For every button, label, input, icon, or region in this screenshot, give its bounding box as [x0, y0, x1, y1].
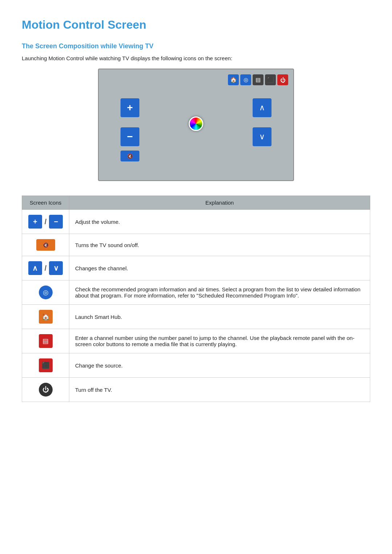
tv-vol-plus-icon: +	[121, 98, 139, 117]
icon-cell-number: ▤	[22, 329, 69, 353]
ch-up-icon: ∧	[28, 261, 42, 275]
table-row: 🔇 Turns the TV sound on/off.	[22, 234, 370, 256]
table-row: ▤ Enter a channel number using the numbe…	[22, 329, 370, 353]
table-row: 🏠 Launch Smart Hub.	[22, 305, 370, 329]
number-panel-icon: ▤	[39, 334, 53, 348]
explanation-cell-volume: Adjust the volume.	[69, 210, 370, 234]
icon-cell-source: ⬛	[22, 353, 69, 378]
table-row: + / − Adjust the volume.	[22, 210, 370, 234]
icon-cell-program: ◎	[22, 280, 69, 305]
icon-cell-volume: + / −	[22, 210, 69, 234]
explanation-cell-smarthub: Launch Smart Hub.	[69, 305, 370, 329]
table-row: ∧ / ∨ Changes the channel.	[22, 256, 370, 280]
explanation-cell-mute: Turns the TV sound on/off.	[69, 234, 370, 256]
section-subtitle: The Screen Composition while Viewing TV	[22, 42, 370, 50]
ch-down-icon: ∨	[49, 261, 63, 275]
explanation-cell-number: Enter a channel number using the number …	[69, 329, 370, 353]
page-title: Motion Control Screen	[22, 18, 370, 32]
tv-program-icon: ◎	[240, 74, 251, 85]
icon-cell-mute: 🔇	[22, 234, 69, 256]
tv-screen-mockup: 🏠 ◎ ▤ ⬛ ⏻ + − 🔇 ∧ ∨	[98, 69, 294, 181]
table-row: ⏻ Turn off the TV.	[22, 378, 370, 402]
smarthub-icon: 🏠	[39, 310, 53, 324]
explanation-cell-channel: Changes the channel.	[69, 256, 370, 280]
tv-channel-up-icon: ∧	[253, 98, 271, 117]
channel-icon-box: ∧ / ∨	[28, 261, 63, 275]
explanation-cell-source: Change the source.	[69, 353, 370, 378]
tv-screen-inner: 🏠 ◎ ▤ ⬛ ⏻ + − 🔇 ∧ ∨	[99, 69, 293, 180]
table-header-row: Screen Icons Explanation	[22, 196, 370, 210]
explanation-cell-power: Turn off the TV.	[69, 378, 370, 402]
source-icon: ⬛	[39, 358, 53, 372]
slash-divider: /	[45, 264, 47, 272]
explanation-cell-program: Check the recommended program informatio…	[69, 280, 370, 305]
tv-power-icon: ⏻	[277, 74, 288, 85]
vol-plus-icon: +	[28, 215, 42, 229]
tv-number-icon: ▤	[253, 74, 264, 85]
tv-source-icon: ⬛	[265, 74, 276, 85]
icon-cell-channel: ∧ / ∨	[22, 256, 69, 280]
tv-vol-minus-icon: −	[121, 127, 139, 146]
tv-channel-down-icon: ∨	[253, 127, 271, 146]
table-row: ⬛ Change the source.	[22, 353, 370, 378]
mute-icon: 🔇	[36, 239, 55, 251]
tv-mute-icon: 🔇	[121, 151, 139, 161]
power-off-icon: ⏻	[39, 383, 53, 397]
tv-motion-cursor	[189, 116, 203, 131]
vol-minus-icon: −	[49, 215, 63, 229]
intro-text: Launching Motion Control while watching …	[22, 55, 370, 61]
icons-table: Screen Icons Explanation + / − Adjust th…	[22, 196, 370, 402]
table-row: ◎ Check the recommended program informat…	[22, 280, 370, 305]
col-header-explanation: Explanation	[69, 196, 370, 210]
volume-icon-box: + / −	[28, 215, 63, 229]
col-header-icons: Screen Icons	[22, 196, 69, 210]
icon-cell-power: ⏻	[22, 378, 69, 402]
icon-cell-smarthub: 🏠	[22, 305, 69, 329]
tv-smarthub-icon: 🏠	[228, 74, 239, 85]
tv-top-icons: 🏠 ◎ ▤ ⬛ ⏻	[228, 74, 288, 85]
program-info-icon: ◎	[39, 286, 53, 299]
slash-divider: /	[45, 218, 47, 226]
